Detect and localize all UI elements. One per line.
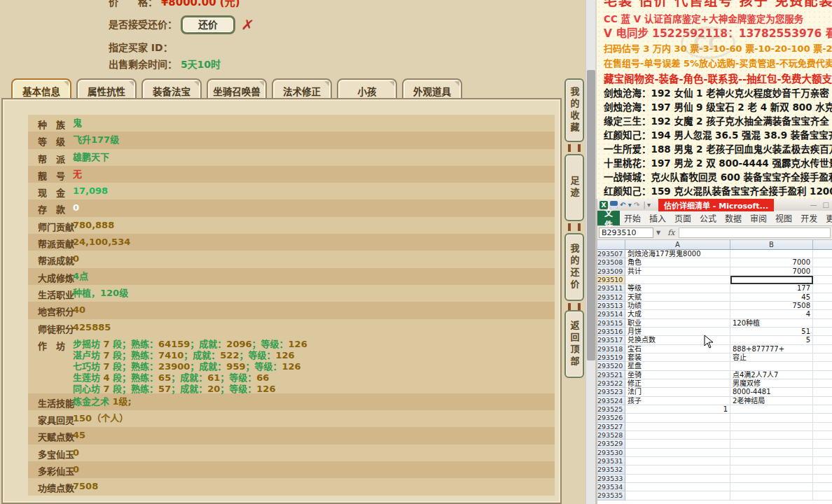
cell-b[interactable] (730, 440, 813, 448)
cell-a[interactable] (625, 423, 730, 431)
select-all-corner[interactable] (597, 240, 625, 250)
quick-access-dropdown-icon[interactable]: ▾ (647, 201, 651, 209)
cell-c[interactable] (813, 310, 832, 318)
row-header[interactable]: 293522 (597, 379, 625, 388)
cell-c[interactable] (813, 483, 832, 491)
side-tab[interactable]: 返回顶部 (564, 310, 584, 378)
cell-b[interactable] (730, 431, 813, 440)
cell-a[interactable]: 职业 (625, 319, 730, 328)
side-tab[interactable]: 足迹 (564, 154, 584, 221)
ribbon-tab[interactable]: 审阅 (746, 211, 771, 225)
cell-a[interactable]: 孩子 (625, 397, 730, 405)
cell-a[interactable] (625, 440, 730, 448)
cell-c[interactable] (813, 293, 832, 302)
row-header[interactable]: 293519 (597, 354, 625, 362)
minimize-button[interactable]: — (810, 201, 817, 209)
cell-a[interactable]: 宝石 (625, 345, 730, 354)
cell-b[interactable] (730, 475, 813, 483)
cell-b[interactable]: 男魔双修 (730, 379, 813, 388)
cell-c[interactable] (813, 267, 832, 276)
cell-c[interactable] (813, 388, 832, 396)
cell-a[interactable]: 剑烛沧海177男鬼8000 (625, 250, 730, 258)
cell-a[interactable] (625, 457, 730, 465)
row-header[interactable]: 293535 (597, 491, 625, 500)
cell-b[interactable] (730, 457, 813, 465)
cell-c[interactable] (813, 423, 832, 431)
cell-a[interactable]: 天赋 (625, 293, 730, 302)
name-box[interactable]: B293510 (599, 227, 653, 238)
row-header[interactable]: 293518 (597, 345, 625, 354)
cell-c[interactable] (813, 491, 832, 500)
cell-c[interactable] (813, 431, 832, 440)
cell-b[interactable]: 51 (730, 328, 813, 336)
cell-b[interactable] (730, 414, 813, 422)
cell-b[interactable]: 4 (730, 310, 813, 318)
row-header[interactable]: 293514 (597, 310, 625, 318)
formula-input[interactable] (679, 227, 831, 238)
cell-a[interactable]: 套装 (625, 354, 730, 362)
ribbon-tab[interactable]: 开发 (796, 211, 821, 225)
row-header[interactable]: 293523 (597, 388, 625, 396)
cell-a[interactable]: 修正 (625, 379, 730, 388)
cell-b[interactable] (730, 465, 813, 474)
cell-c[interactable] (813, 405, 832, 414)
cell-b[interactable]: 7000 (730, 258, 813, 267)
ribbon-tab[interactable]: 视图 (771, 211, 796, 225)
cell-a[interactable] (625, 414, 730, 422)
row-header[interactable]: 293512 (597, 293, 625, 302)
browser-scrollbar[interactable] (585, 0, 595, 504)
cell-c[interactable] (813, 302, 832, 310)
cell-a[interactable]: 兑换点数 (625, 336, 730, 344)
row-header[interactable]: 293513 (597, 302, 625, 310)
cell-c[interactable] (813, 449, 832, 457)
cell-a[interactable] (625, 483, 730, 491)
column-header-c[interactable] (813, 240, 832, 250)
row-header[interactable]: 293508 (597, 258, 625, 267)
cell-a[interactable]: 共计 (625, 267, 730, 276)
row-header[interactable]: 293528 (597, 431, 625, 440)
cell-c[interactable] (813, 414, 832, 422)
cell-a[interactable] (625, 276, 730, 284)
ribbon-tab[interactable]: 公式 (695, 211, 721, 225)
row-header[interactable]: 293527 (597, 423, 625, 431)
cell-b[interactable] (730, 276, 813, 284)
cell-a[interactable]: 1 (625, 405, 730, 414)
cell-b[interactable]: 45 (730, 293, 813, 302)
side-tab[interactable]: 我的收藏 (564, 78, 584, 142)
cell-b[interactable]: 容止 (730, 354, 813, 362)
cell-b[interactable]: 8000-4481 (730, 388, 813, 396)
cell-c[interactable] (813, 475, 832, 483)
cell-a[interactable]: 法门 (625, 388, 730, 396)
cell-b[interactable]: 177 (730, 284, 813, 293)
cell-c[interactable] (813, 345, 832, 354)
row-header[interactable]: 293531 (597, 457, 625, 465)
cell-a[interactable] (625, 431, 730, 440)
ribbon-tab[interactable]: 开始 (620, 211, 645, 225)
cell-c[interactable] (813, 336, 832, 344)
cell-c[interactable] (813, 440, 832, 448)
ribbon-tab[interactable]: 插入 (645, 211, 670, 225)
cell-b[interactable]: 点4满2人7人7 (730, 371, 813, 379)
cell-b[interactable]: 2老神结局 (730, 397, 813, 405)
cell-a[interactable] (625, 475, 730, 483)
cell-c[interactable] (813, 457, 832, 465)
cell-a[interactable]: 角色 (625, 258, 730, 267)
cell-c[interactable] (813, 397, 832, 405)
cell-b[interactable] (730, 250, 813, 258)
cell-b[interactable]: 120种植 (730, 319, 813, 328)
cell-b[interactable] (730, 449, 813, 457)
row-header[interactable]: 293517 (597, 336, 625, 344)
cell-c[interactable] (813, 354, 832, 362)
row-header[interactable]: 293534 (597, 483, 625, 491)
cell-c[interactable] (813, 379, 832, 388)
cell-a[interactable] (625, 449, 730, 457)
cell-c[interactable] (813, 319, 832, 328)
ribbon-tab[interactable]: 数据 (721, 211, 746, 225)
row-header[interactable]: 293524 (597, 397, 625, 405)
column-header-b[interactable]: B (730, 240, 813, 250)
cell-a[interactable]: 大成 (625, 310, 730, 318)
cell-c[interactable] (813, 250, 832, 258)
row-header[interactable]: 293511 (597, 284, 625, 293)
cell-a[interactable]: 星盘 (625, 362, 730, 370)
cell-c[interactable] (813, 465, 832, 474)
